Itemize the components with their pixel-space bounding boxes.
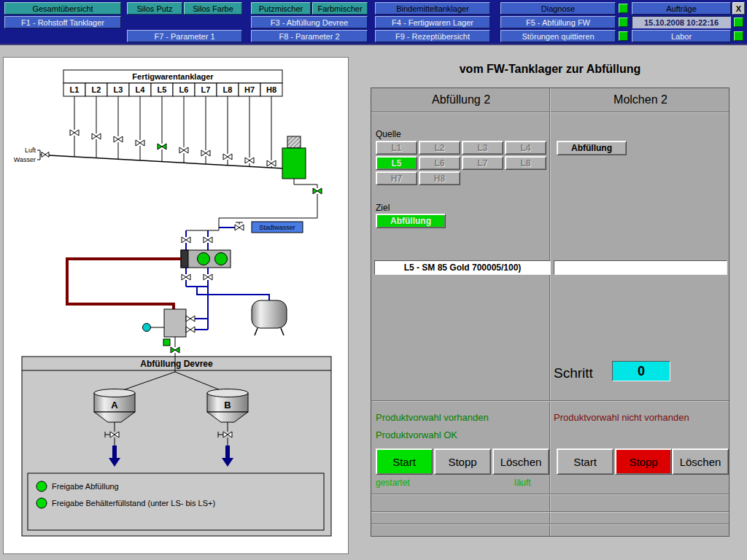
nav-silos-farbe[interactable]: Silos Farbe	[184, 2, 242, 15]
fill-valve-open	[171, 347, 179, 353]
tank-label: L5	[158, 85, 167, 94]
schritt-value: 0	[612, 361, 670, 381]
product-display: L5 - SM 85 Gold 700005/100)	[374, 260, 551, 275]
molchen-product-display	[554, 260, 727, 275]
stadtwasser-branch: Stadtwasser	[219, 222, 303, 233]
nav-f9-rezeptuebersicht[interactable]: F9 - Rezeptübersicht	[375, 30, 490, 42]
divider	[371, 511, 729, 513]
stadtwasser-valve	[235, 225, 244, 230]
freigabe-legend: Freigabe Abfüllung Freigabe Behälterfüll…	[28, 473, 324, 530]
tank-label: L8	[223, 85, 233, 94]
laeuft-indicator: läuft	[514, 478, 531, 488]
source-l3[interactable]: L3	[462, 141, 503, 155]
nav-f1-rohstoff-tanklager[interactable]: F1 - Rohstoff Tanklager	[4, 16, 121, 28]
nav-putzmischer[interactable]: Putzmischer	[251, 2, 311, 15]
status-produktvorwahl-ok: Produktvorwahl OK	[376, 429, 457, 440]
nav-bindemitteltanklager[interactable]: Bindemitteltanklager	[375, 2, 490, 15]
tank-label: H7	[244, 85, 255, 94]
source-l5-selected[interactable]: L5	[376, 156, 417, 170]
control-panel: Abfüllung 2 Molchen 2 Quelle L1 L2 L3 L4…	[371, 88, 729, 537]
molchen-stopp-button[interactable]: Stopp	[615, 448, 672, 475]
nav-diagnose[interactable]: Diagnose	[500, 2, 616, 15]
status-square	[163, 339, 170, 346]
source-l1[interactable]: L1	[376, 141, 417, 155]
source-l2[interactable]: L2	[419, 141, 460, 155]
buffer-vessel	[143, 309, 209, 357]
process-diagram: Fertigwarentanklager L1 L2 L3 L4 L5 L6 L…	[3, 57, 349, 554]
molchen-abfuellung-button[interactable]: Abfüllung	[557, 141, 627, 155]
nav-farbmischer[interactable]: Farbmischer	[312, 2, 368, 15]
abfuellung-devree-section: Abfüllung Devree A B	[22, 357, 331, 536]
tank-label: L1	[70, 85, 80, 94]
luft-label: Luft	[25, 147, 36, 154]
datetime-display: 15.10.2008 10:22:16	[632, 16, 731, 28]
hopper-b-label: B	[224, 400, 231, 411]
status-produktvorwahl-nicht-vorhanden: Produktvorwahl nicht vorhanden	[554, 412, 689, 423]
abfuellung-start-button[interactable]: Start	[376, 448, 433, 475]
top-navigation: Gesamtübersicht Silos Putz Silos Farbe P…	[0, 0, 747, 45]
tank-farm-title: Fertigwarentanklager	[132, 72, 214, 81]
tank-label: L3	[114, 85, 123, 94]
tank-outlet-valves	[49, 96, 284, 168]
status-led	[734, 18, 743, 27]
luft-wasser-inlet: Luft Wasser	[14, 147, 49, 163]
gestartet-indicator: gestartet	[376, 478, 410, 488]
quelle-label: Quelle	[376, 129, 401, 139]
nav-labor[interactable]: Labor	[632, 30, 731, 42]
status-led	[619, 18, 628, 27]
close-button[interactable]: X	[732, 2, 745, 15]
ziel-abfuellung-button[interactable]: Abfüllung	[376, 214, 446, 228]
tank-label: L7	[201, 85, 211, 94]
valve-l5-open	[158, 144, 166, 149]
devree-title: Abfüllung Devree	[140, 359, 213, 369]
source-l4[interactable]: L4	[505, 141, 546, 155]
abfuellung-header: Abfüllung 2	[371, 93, 551, 106]
source-h7[interactable]: H7	[376, 171, 417, 185]
fertigwarentanklager-header: Fertigwarentanklager L1 L2 L3 L4 L5 L6 L…	[63, 70, 282, 96]
nav-gesamtuebersicht[interactable]: Gesamtübersicht	[4, 2, 121, 15]
divider	[371, 494, 729, 495]
legend-text: Freigabe Abfüllung	[52, 482, 119, 491]
source-l7[interactable]: L7	[462, 156, 503, 170]
tank-label: L6	[179, 85, 189, 94]
abfuellung-stopp-button[interactable]: Stopp	[434, 448, 491, 475]
nav-f3-abfuellung-devree[interactable]: F3 - Abfüllung Devree	[251, 16, 368, 28]
wasser-label: Wasser	[14, 156, 36, 163]
nav-f7-parameter-1[interactable]: F7 - Parameter 1	[127, 30, 242, 42]
stadtwasser-label: Stadtwasser	[259, 224, 295, 231]
nav-f5-abfuellung-fw[interactable]: F5 - Abfüllung FW	[500, 16, 616, 28]
divider	[371, 400, 729, 402]
divider	[549, 88, 551, 536]
filter-vessel	[186, 136, 322, 230]
pressure-tank	[252, 300, 287, 335]
status-produktvorwahl-vorhanden: Produktvorwahl vorhanden	[376, 412, 489, 423]
page-title: vom FW-Tanklager zur Abfüllung	[371, 63, 729, 76]
schritt-label: Schritt	[554, 365, 593, 381]
nav-stoerungen-quittieren[interactable]: Störungen quittieren	[500, 30, 616, 42]
status-led	[619, 31, 628, 41]
legend-text: Freigabe Behälterfüllstand (unter LS- bi…	[52, 499, 215, 508]
tank-label: L4	[136, 85, 146, 94]
outlet-valve-open	[313, 188, 322, 194]
source-l6[interactable]: L6	[419, 156, 460, 170]
freigabe-abfuellung-led	[36, 481, 47, 491]
abfuellung-loeschen-button[interactable]: Löschen	[492, 448, 549, 475]
nav-silos-putz[interactable]: Silos Putz	[127, 2, 182, 15]
level-indicator	[143, 324, 151, 332]
nav-f4-fertigwaren-lager[interactable]: F4 - Fertigwaren Lager	[375, 16, 490, 28]
status-led	[734, 31, 743, 41]
source-l8[interactable]: L8	[505, 156, 546, 170]
nav-f8-parameter-2[interactable]: F8 - Parameter 2	[251, 30, 368, 42]
inlet-valve	[42, 152, 49, 158]
molchen-start-button[interactable]: Start	[557, 448, 614, 475]
product-pipe	[67, 259, 181, 309]
tank-label: L2	[92, 85, 101, 94]
freigabe-fuellstand-led	[36, 498, 47, 508]
nav-auftraege[interactable]: Aufträge	[632, 2, 731, 15]
divider	[371, 524, 729, 525]
tank-label: H8	[266, 85, 276, 94]
ziel-label: Ziel	[376, 203, 390, 213]
molchen-loeschen-button[interactable]: Löschen	[672, 448, 729, 475]
status-led	[619, 4, 628, 13]
source-h8[interactable]: H8	[419, 171, 460, 185]
